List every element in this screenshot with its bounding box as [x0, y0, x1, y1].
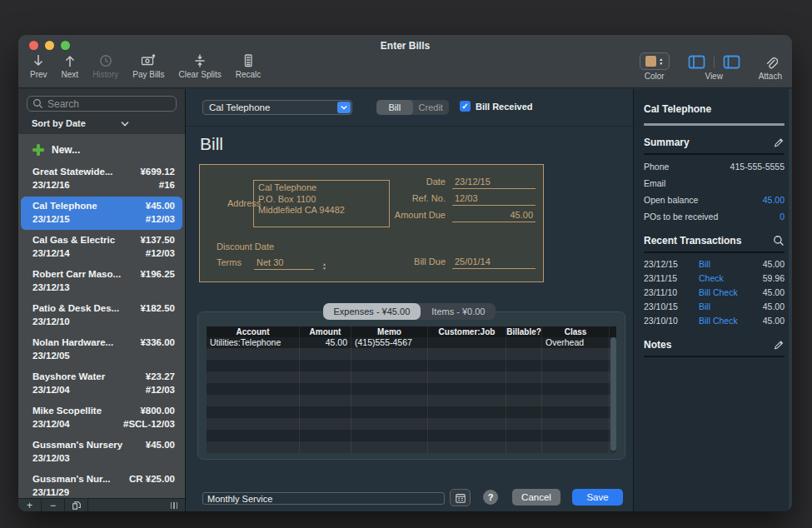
empty-cell[interactable]: [542, 348, 610, 360]
empty-expense-row[interactable]: [207, 406, 616, 418]
expense-cell[interactable]: [506, 337, 542, 348]
empty-cell[interactable]: [351, 418, 428, 430]
empty-cell[interactable]: [428, 371, 506, 383]
amount-due-field[interactable]: 45.00: [452, 210, 536, 222]
empty-cell[interactable]: [207, 371, 300, 383]
view-left-pane-icon[interactable]: [688, 54, 705, 70]
transaction-type-link[interactable]: Bill Check: [685, 287, 763, 297]
ref-no-field[interactable]: 12/03: [452, 193, 536, 206]
remove-bill-button[interactable]: −: [42, 499, 65, 511]
dropdown-chevron-icon[interactable]: [337, 102, 351, 113]
list-item[interactable]: Gussman's Nur...CR ¥25.0023/11/29: [21, 470, 182, 498]
edit-notes-pencil-icon[interactable]: [773, 339, 785, 351]
empty-cell[interactable]: [351, 371, 428, 383]
empty-cell[interactable]: [351, 348, 428, 360]
list-item[interactable]: Patio & Desk Des...¥182.5023/12/10: [21, 299, 182, 332]
empty-cell[interactable]: [542, 371, 610, 383]
empty-cell[interactable]: [506, 371, 542, 383]
duplicate-bill-button[interactable]: [65, 499, 88, 511]
tab-items[interactable]: Items - ¥0.00: [421, 303, 496, 320]
empty-cell[interactable]: [506, 348, 542, 360]
expense-cell[interactable]: Utilities:Telephone: [207, 337, 300, 348]
prev-button[interactable]: Prev: [30, 52, 47, 79]
empty-cell[interactable]: [351, 383, 428, 395]
empty-cell[interactable]: [207, 383, 300, 395]
empty-cell[interactable]: [300, 395, 351, 406]
empty-cell[interactable]: [300, 406, 351, 418]
help-button[interactable]: ?: [483, 490, 498, 505]
terms-stepper-icon[interactable]: ▲▼: [322, 262, 326, 271]
cancel-button[interactable]: Cancel: [512, 489, 560, 506]
empty-cell[interactable]: [428, 360, 506, 371]
bill-due-field[interactable]: 25/01/14: [452, 257, 536, 269]
empty-expense-row[interactable]: [207, 383, 616, 395]
empty-cell[interactable]: [300, 383, 351, 395]
empty-cell[interactable]: [542, 430, 610, 441]
transaction-type-link[interactable]: Bill Check: [685, 316, 763, 326]
sort-control[interactable]: Sort by Date: [32, 118, 177, 128]
list-item[interactable]: Bayshore Water¥23.2723/12/04#12/03: [21, 367, 182, 401]
save-button[interactable]: Save: [572, 489, 623, 506]
empty-cell[interactable]: [300, 418, 351, 430]
empty-cell[interactable]: [300, 371, 351, 383]
empty-cell[interactable]: [351, 360, 428, 371]
resize-grip[interactable]: [171, 502, 178, 509]
empty-cell[interactable]: [428, 406, 506, 418]
search-transactions-icon[interactable]: [773, 235, 785, 247]
empty-expense-row[interactable]: [207, 418, 616, 430]
expense-cell[interactable]: Overhead: [542, 337, 610, 348]
list-item[interactable]: Cal Gas & Electric¥137.5023/12/14#12/03: [21, 231, 182, 264]
bill-received-control[interactable]: ✓ Bill Received: [460, 101, 532, 112]
transaction-type-link[interactable]: Check: [685, 273, 763, 283]
tab-bill[interactable]: Bill: [376, 100, 413, 115]
empty-expense-row[interactable]: [207, 348, 616, 360]
empty-cell[interactable]: [428, 348, 506, 360]
next-button[interactable]: Next: [62, 52, 79, 79]
empty-cell[interactable]: [506, 360, 542, 371]
expense-row[interactable]: Utilities:Telephone45.00(415)555-4567Ove…: [207, 337, 616, 348]
empty-cell[interactable]: [428, 441, 506, 453]
history-button[interactable]: History: [92, 52, 118, 79]
empty-cell[interactable]: [300, 441, 351, 453]
tab-credit[interactable]: Credit: [413, 100, 450, 115]
empty-cell[interactable]: [506, 383, 542, 395]
empty-cell[interactable]: [542, 441, 610, 453]
empty-expense-row[interactable]: [207, 441, 616, 453]
empty-cell[interactable]: [207, 418, 300, 430]
add-bill-button[interactable]: +: [18, 499, 42, 511]
list-item[interactable]: Great Statewide...¥699.1223/12/16#16: [21, 162, 182, 196]
empty-expense-row[interactable]: [207, 395, 616, 406]
terms-field[interactable]: Net 30: [254, 257, 314, 270]
vendor-dropdown[interactable]: Cal Telephone: [202, 100, 352, 115]
color-control[interactable]: ▲▼ Color: [640, 52, 670, 81]
empty-cell[interactable]: [207, 395, 300, 406]
empty-cell[interactable]: [506, 430, 542, 441]
date-field[interactable]: 23/12/15: [452, 177, 536, 189]
empty-cell[interactable]: [207, 441, 300, 453]
empty-expense-row[interactable]: [207, 371, 616, 383]
expense-cell[interactable]: [428, 337, 506, 348]
list-item[interactable]: Robert Carr Maso...¥196.2523/12/13: [21, 265, 182, 298]
empty-cell[interactable]: [351, 430, 428, 441]
empty-cell[interactable]: [542, 418, 610, 430]
view-right-pane-icon[interactable]: [723, 54, 740, 70]
search-box[interactable]: [27, 96, 177, 112]
empty-expense-row[interactable]: [207, 430, 616, 441]
list-item[interactable]: Nolan Hardware...¥336.0023/12/05: [21, 333, 182, 366]
empty-cell[interactable]: [542, 395, 610, 406]
memo-input[interactable]: [202, 492, 445, 505]
transaction-type-link[interactable]: Bill: [685, 301, 763, 311]
empty-cell[interactable]: [207, 360, 300, 371]
table-scrollbar[interactable]: [610, 337, 616, 451]
empty-cell[interactable]: [351, 395, 428, 406]
color-swatch-control[interactable]: ▲▼: [640, 52, 670, 70]
edit-pencil-icon[interactable]: [773, 137, 785, 148]
empty-cell[interactable]: [300, 348, 351, 360]
empty-cell[interactable]: [428, 395, 506, 406]
empty-cell[interactable]: [207, 348, 300, 360]
expense-cell[interactable]: 45.00: [300, 337, 351, 348]
checked-checkbox-icon[interactable]: ✓: [460, 101, 471, 112]
empty-cell[interactable]: [542, 383, 610, 395]
tab-expenses[interactable]: Expenses - ¥45.00: [323, 303, 421, 320]
empty-cell[interactable]: [351, 441, 428, 453]
